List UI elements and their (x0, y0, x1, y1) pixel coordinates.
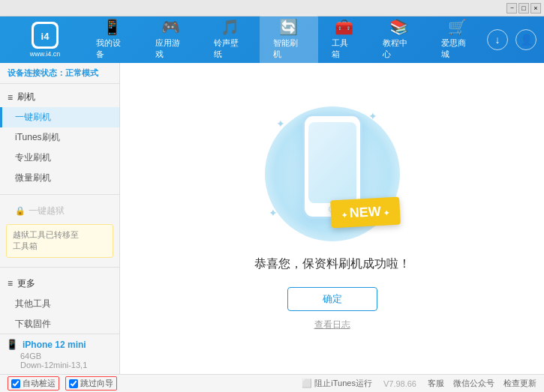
sidebar-item-one-click-flash[interactable]: 一键刷机 (0, 107, 119, 127)
bottom-bar: 自动桩运 跳过向导 ⬜ 阻止iTunes运行 V7.98.66 客服 微信公众号… (0, 374, 544, 392)
bottom-right: ⬜ 阻止iTunes运行 V7.98.66 客服 微信公众号 检查更新 (302, 378, 536, 389)
sidebar-content: 设备连接状态：正常模式 ≡ 刷机 一键刷机 iTunes刷机 专业刷机 微 (0, 63, 119, 334)
nav-smart-flash[interactable]: 🔄 智能刷机 (260, 15, 319, 64)
itunes-status-label: 阻止iTunes运行 (314, 378, 372, 389)
nav-toolbox[interactable]: 🧰 工具箱 (318, 15, 369, 64)
main-area: 设备连接状态：正常模式 ≡ 刷机 一键刷机 iTunes刷机 专业刷机 微 (0, 63, 544, 374)
success-illustration: NEW ✦ ✦ ✦ (257, 106, 407, 241)
status-indicator: 设备连接状态：正常模式 (0, 63, 119, 84)
auto-connect-label: 自动桩运 (23, 378, 56, 389)
device-version: Down-12mini-13,1 (20, 361, 113, 370)
divider-2 (0, 267, 119, 268)
new-badge: NEW (330, 196, 400, 228)
shop-icon: 🛒 (448, 19, 467, 34)
logo-text: www.i4.cn (30, 50, 61, 58)
itunes-status: ⬜ 阻止iTunes运行 (302, 378, 372, 389)
wechat-link[interactable]: 微信公众号 (453, 378, 494, 389)
sidebar: 设备连接状态：正常模式 ≡ 刷机 一键刷机 iTunes刷机 专业刷机 微 (0, 63, 120, 374)
smart-flash-icon: 🔄 (279, 19, 298, 34)
apps-games-icon: 🎮 (161, 19, 180, 34)
use-wizard-checkbox-wrapper[interactable]: 跳过向导 (65, 376, 117, 391)
divider-1 (0, 194, 119, 195)
device-icon: 📱 (6, 339, 18, 350)
sidebar-section-jailbreak: 🔒 一键越狱 越狱工具已转移至工具箱 (0, 198, 119, 264)
jailbreak-label: 一键越狱 (29, 205, 65, 217)
maximize-button[interactable]: □ (518, 3, 529, 13)
more-section-icon: ≡ (8, 278, 13, 289)
sidebar-item-other-tools[interactable]: 其他工具 (0, 294, 119, 314)
nav-shop[interactable]: 🛒 爱思商城 (428, 15, 487, 64)
use-wizard-label: 跳过向导 (80, 378, 113, 389)
itunes-status-icon: ⬜ (302, 379, 312, 388)
more-section-label: 更多 (17, 277, 35, 290)
nav-ringtone[interactable]: 🎵 铃声壁纸 (200, 15, 260, 64)
jailbreak-note: 越狱工具已转移至工具箱 (6, 224, 113, 258)
bottom-links: 客服 微信公众号 检查更新 (428, 378, 536, 389)
nav-right-controls: ↓ 👤 (487, 29, 536, 50)
sidebar-section-more: ≡ 更多 其他工具 下载固件 高级功能 (0, 271, 119, 334)
view-log-link[interactable]: 查看日志 (314, 319, 350, 331)
sidebar-item-pro-flash[interactable]: 专业刷机 (0, 148, 119, 168)
close-button[interactable]: × (530, 3, 541, 13)
flash-section-header: ≡ 刷机 (0, 87, 119, 107)
sparkle-2: ✦ (368, 110, 377, 122)
nav-shop-label: 爱思商城 (441, 37, 473, 60)
flash-section-label: 刷机 (17, 91, 35, 103)
logo: i4 www.i4.cn (8, 22, 83, 58)
nav-my-device-label: 我的设备 (96, 37, 128, 60)
customer-service-link[interactable]: 客服 (428, 378, 444, 389)
auto-connect-checkbox[interactable] (11, 379, 20, 388)
nav-my-device[interactable]: 📱 我的设备 (83, 15, 142, 64)
minimize-button[interactable]: － (506, 3, 517, 13)
top-navigation: i4 www.i4.cn 📱 我的设备 🎮 应用游戏 🎵 铃声壁纸 🔄 智能刷机… (0, 16, 544, 63)
my-device-icon: 📱 (103, 19, 122, 34)
sidebar-section-flash: ≡ 刷机 一键刷机 iTunes刷机 专业刷机 微量刷机 (0, 84, 119, 191)
phone-screen (308, 122, 356, 203)
ringtone-icon: 🎵 (221, 19, 239, 34)
more-section-header: ≡ 更多 (0, 274, 119, 294)
status-label: 设备连接状态： (8, 68, 65, 77)
jailbreak-section-header: 🔒 一键越狱 (0, 201, 119, 221)
sidebar-item-downgrade-flash[interactable]: 微量刷机 (0, 168, 119, 188)
sparkle-3: ✦ (269, 207, 278, 219)
tutorial-icon: 📚 (389, 19, 408, 34)
device-storage: 64GB (20, 352, 113, 361)
device-name: iPhone 12 mini (23, 340, 86, 350)
nav-items: 📱 我的设备 🎮 应用游戏 🎵 铃声壁纸 🔄 智能刷机 🧰 工具箱 📚 教程中心… (83, 15, 487, 64)
sidebar-item-itunes-flash[interactable]: iTunes刷机 (0, 127, 119, 148)
use-wizard-checkbox[interactable] (69, 379, 78, 388)
user-button[interactable]: 👤 (515, 29, 536, 50)
auto-connect-checkbox-wrapper[interactable]: 自动桩运 (8, 376, 59, 391)
confirm-button[interactable]: 确定 (287, 287, 377, 311)
nav-toolbox-label: 工具箱 (332, 37, 356, 60)
nav-tutorial-label: 教程中心 (383, 37, 415, 60)
lock-icon: 🔒 (15, 206, 26, 216)
nav-smart-flash-label: 智能刷机 (273, 37, 305, 60)
download-button[interactable]: ↓ (487, 29, 508, 50)
toolbox-icon: 🧰 (335, 19, 353, 34)
nav-apps-games-label: 应用游戏 (155, 37, 188, 60)
bottom-left: 自动桩运 跳过向导 (8, 376, 131, 391)
sparkle-1: ✦ (276, 118, 285, 130)
sidebar-item-download-firmware[interactable]: 下载固件 (0, 314, 119, 334)
flash-section-icon: ≡ (8, 92, 13, 103)
success-text: 恭喜您，保资料刷机成功啦！ (254, 256, 410, 272)
svg-text:i4: i4 (41, 31, 50, 42)
window-controls[interactable]: － □ × (506, 3, 541, 13)
logo-icon: i4 (32, 22, 59, 49)
status-value: 正常模式 (65, 68, 98, 77)
check-update-link[interactable]: 检查更新 (503, 378, 536, 389)
nav-apps-games[interactable]: 🎮 应用游戏 (142, 15, 201, 64)
content-area: NEW ✦ ✦ ✦ 恭喜您，保资料刷机成功啦！ 确定 查看日志 (120, 63, 544, 374)
nav-ringtone-label: 铃声壁纸 (214, 37, 246, 60)
version-number: V7.98.66 (383, 379, 416, 388)
nav-tutorial[interactable]: 📚 教程中心 (369, 15, 428, 64)
sidebar-device-info: 📱 iPhone 12 mini 64GB Down-12mini-13,1 (0, 334, 119, 374)
title-bar: － □ × (0, 0, 544, 16)
